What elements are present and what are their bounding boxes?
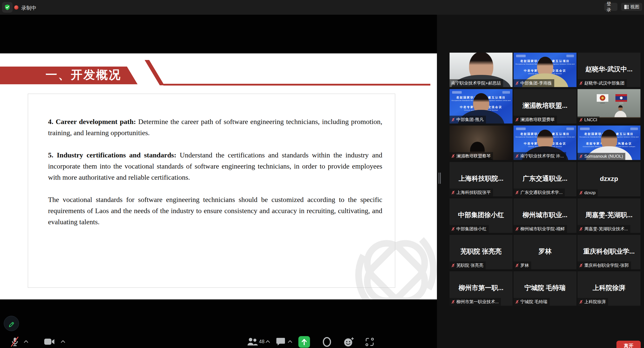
participant-name-label: 上科院徐湃 bbox=[584, 299, 606, 305]
layout-switch-button[interactable] bbox=[365, 337, 375, 347]
participant-tile[interactable]: 老挝国家职业标准共建互认项目Occupational Standards Mut… bbox=[514, 53, 576, 87]
share-screen-button[interactable] bbox=[298, 336, 310, 348]
mic-muted-icon bbox=[451, 300, 455, 304]
annotate-button[interactable] bbox=[4, 316, 19, 331]
chevron-up-icon bbox=[61, 340, 65, 343]
mic-muted-icon bbox=[10, 337, 19, 347]
slide-paragraph: 4. Career development path: Determine th… bbox=[48, 116, 382, 138]
participant-tile[interactable]: 上科院徐湃 上科院徐湃 bbox=[578, 271, 640, 306]
chat-icon bbox=[276, 337, 285, 346]
participants-options-chevron[interactable] bbox=[265, 339, 271, 344]
participant-name-tag: 澜湄教培联盟费翠 bbox=[514, 116, 557, 124]
chat-button[interactable] bbox=[276, 337, 286, 346]
recording-dot-icon bbox=[14, 5, 18, 10]
participant-display-name: 罗林 bbox=[514, 247, 576, 256]
participant-tile[interactable]: 周嘉雯-芜湖职... 周嘉雯-芜湖职业技术... bbox=[578, 198, 640, 233]
participant-name-label: 柳州市第一职业技术... bbox=[456, 299, 499, 305]
mic-muted-icon bbox=[579, 81, 583, 85]
participant-name-label: LNCCI bbox=[584, 117, 597, 122]
participant-name-label: 赵晓华-武汉中部集团 bbox=[584, 80, 625, 86]
participant-tile[interactable]: 赵晓华-武汉中... 赵晓华-武汉中部集团 bbox=[578, 53, 640, 87]
microphone-button[interactable] bbox=[10, 336, 20, 348]
participant-name-label: 中部集团徐小红 bbox=[456, 226, 486, 232]
participant-tile[interactable]: 广东交通职业... 广东交通职业技术学... bbox=[514, 162, 576, 196]
panel-resize-handle[interactable] bbox=[438, 173, 441, 184]
mic-muted-icon bbox=[579, 154, 583, 158]
participant-tile[interactable]: 老挝国家职业标准共建互认项目Occupational Standards Mut… bbox=[514, 126, 576, 160]
participant-display-name: 柳州市第一职... bbox=[450, 283, 513, 292]
shared-slide: 一、开发概况 4. Career development path: Deter… bbox=[0, 53, 437, 299]
participant-grid: 南宁职业技术学院+郝思喆 老挝国家职业标准共建互认项目Occupational … bbox=[450, 53, 640, 306]
participant-name-tag: 柳州城市职业学院-禤鲜 bbox=[514, 225, 567, 233]
chevron-up-icon bbox=[24, 340, 28, 343]
chat-options-chevron[interactable] bbox=[287, 339, 293, 344]
login-button[interactable]: 登录 bbox=[604, 3, 617, 11]
participant-name-tag: 南宁职业技术学院 许... bbox=[514, 152, 566, 160]
participant-name-tag: 中部集团徐小红 bbox=[450, 225, 489, 233]
participant-tile[interactable]: dzxzp dzxzp bbox=[578, 162, 640, 196]
mic-muted-icon bbox=[579, 263, 583, 268]
participant-tile[interactable]: 宁城院 毛特瑞 宁城院 毛特瑞 bbox=[514, 271, 576, 306]
view-layout-button[interactable]: 视图 bbox=[621, 3, 642, 11]
participant-name-tag: 广东交通职业技术学... bbox=[514, 189, 565, 196]
participant-tile[interactable]: 老挝国家职业标准共建互认项目Occupational Standards Mut… bbox=[450, 89, 513, 124]
section-title: 一、开发概况 bbox=[30, 67, 137, 83]
participant-name-label: 上海科技职院张平 bbox=[456, 190, 491, 195]
mic-muted-icon bbox=[451, 118, 455, 122]
participant-name-label: 柳州城市职业学院-禤鲜 bbox=[520, 226, 565, 232]
participant-tile[interactable]: LNCCILAOS LNCCI bbox=[578, 89, 640, 124]
mic-muted-icon bbox=[451, 263, 455, 268]
microphone-options-chevron[interactable] bbox=[23, 339, 29, 344]
participant-tile[interactable]: 澜湄教培联盟... 澜湄教培联盟费翠 bbox=[514, 89, 576, 124]
participant-name-tag: 上科院徐湃 bbox=[578, 298, 608, 306]
participant-name-tag: 周嘉雯-芜湖职业技术... bbox=[578, 225, 630, 233]
mic-muted-icon bbox=[515, 300, 519, 304]
participant-name-tag: 芜职院 张亮亮 bbox=[450, 261, 486, 269]
participant-tile[interactable]: 重庆科创职业学... 重庆科创职业学院-张郭 bbox=[578, 235, 640, 269]
security-shield-button[interactable] bbox=[2, 2, 13, 13]
participant-tile[interactable]: 南宁职业技术学院+郝思喆 bbox=[450, 53, 513, 87]
participant-display-name: 芜职院 张亮亮 bbox=[450, 247, 513, 256]
participant-tile[interactable]: 柳州城市职业... 柳州城市职业学院-禤鲜 bbox=[514, 198, 576, 233]
mic-muted-icon bbox=[579, 227, 583, 231]
participant-name-label: 广东交通职业技术学... bbox=[520, 190, 563, 195]
arrow-up-icon bbox=[301, 339, 307, 345]
participant-display-name: 广东交通职业... bbox=[514, 174, 576, 183]
participant-name-tag: 赵晓华-武汉中部集团 bbox=[578, 79, 627, 87]
reactions-button[interactable] bbox=[343, 337, 354, 347]
participant-tile[interactable]: 上海科技职院... 上海科技职院张平 bbox=[450, 162, 513, 196]
participant-display-name: 重庆科创职业学... bbox=[578, 247, 640, 256]
record-button[interactable] bbox=[322, 337, 332, 347]
participant-name-label: 周嘉雯-芜湖职业技术... bbox=[584, 226, 628, 232]
participant-name-label: Somsanouk (NUOL) bbox=[584, 154, 623, 159]
mic-muted-icon bbox=[451, 191, 455, 195]
chevron-up-icon bbox=[288, 340, 292, 343]
leave-meeting-button[interactable]: 离开 bbox=[616, 341, 641, 348]
laos-flag: LAOS bbox=[615, 94, 627, 102]
participant-tile[interactable]: 中部集团徐小红 中部集团徐小红 bbox=[450, 198, 513, 233]
participant-name-tag: 澜湄教培联盟蔡琴 bbox=[450, 152, 493, 160]
participant-tile[interactable]: 芜职院 张亮亮 芜职院 张亮亮 bbox=[450, 235, 513, 269]
split-layout-icon bbox=[365, 337, 374, 346]
participant-tile[interactable]: 罗林 罗林 bbox=[514, 235, 576, 269]
participant-name-tag: dzxzp bbox=[578, 189, 598, 196]
camera-icon bbox=[44, 338, 55, 345]
participant-display-name: dzxzp bbox=[578, 175, 640, 183]
participant-figure bbox=[614, 105, 627, 118]
screen-share-stage: 一、开发概况 4. Career development path: Deter… bbox=[0, 15, 437, 348]
participant-display-name: 上科院徐湃 bbox=[578, 283, 640, 292]
participant-name-label: dzxzp bbox=[584, 190, 595, 195]
layout-icon bbox=[624, 5, 629, 9]
pencil-icon bbox=[8, 320, 15, 327]
mic-muted-icon bbox=[515, 154, 519, 158]
camera-options-chevron[interactable] bbox=[60, 339, 66, 344]
participant-name-tag: 罗林 bbox=[514, 261, 531, 269]
slide-paragraph: 5. Industry certifications and standards… bbox=[48, 150, 382, 183]
participants-button[interactable] bbox=[247, 337, 258, 346]
mic-muted-icon bbox=[451, 227, 455, 231]
participant-name-label: 重庆科创职业学院-张郭 bbox=[584, 262, 629, 268]
participant-tile[interactable]: 老挝国家职业标准共建互认项目Occupational Standards Mut… bbox=[578, 126, 640, 160]
participant-tile[interactable]: 柳州市第一职... 柳州市第一职业技术... bbox=[450, 271, 513, 306]
camera-button[interactable] bbox=[43, 337, 56, 346]
participant-tile[interactable]: 澜湄教培联盟蔡琴 bbox=[450, 126, 513, 160]
